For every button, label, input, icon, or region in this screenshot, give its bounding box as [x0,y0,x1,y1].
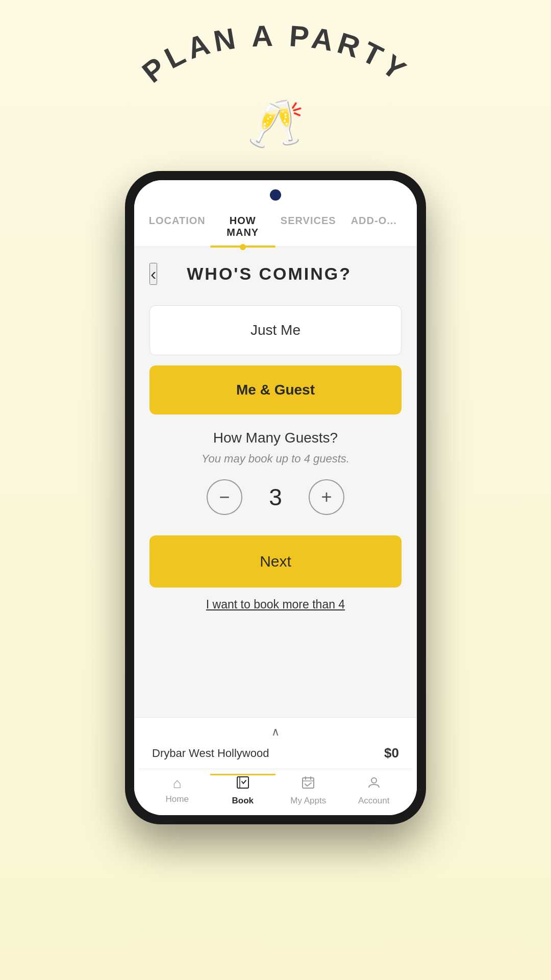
nav-my-appts-label: My Appts [290,796,326,806]
decrement-button[interactable]: − [207,479,242,515]
back-button[interactable]: ‹ [149,263,157,285]
page-title: WHO'S COMING? [157,264,381,284]
account-icon [367,775,381,793]
tab-active-indicator [240,244,246,250]
calendar-icon [301,775,315,793]
location-name: Drybar West Hollywood [152,747,269,760]
tab-navigation: LOCATION HOW MANY SERVICES ADD-O... [134,206,417,248]
phone-screen: LOCATION HOW MANY SERVICES ADD-O... ‹ WH… [134,180,417,815]
tab-services[interactable]: SERVICES [276,206,341,246]
next-section: Next I want to book more than 4 [134,525,417,617]
tab-how-many[interactable]: HOW MANY [210,206,276,246]
price-tag: $0 [384,745,399,761]
nav-account[interactable]: Account [341,775,407,806]
book-icon [236,775,250,793]
nav-home[interactable]: ⌂ Home [144,775,210,806]
camera-area [134,180,417,206]
nav-account-label: Account [358,796,389,806]
me-and-guest-button[interactable]: Me & Guest [149,365,402,414]
svg-point-7 [371,778,377,783]
location-row: Drybar West Hollywood $0 [139,743,412,769]
just-me-button[interactable]: Just Me [149,305,402,355]
increment-button[interactable]: + [309,479,344,515]
svg-text:PLAN A PARTY: PLAN A PARTY [136,19,415,89]
guest-section-title: How Many Guests? [213,430,338,446]
champagne-glasses-icon: 🥂 [247,97,304,151]
bottom-bar: ∧ Drybar West Hollywood $0 ⌂ Home [134,717,417,815]
counter-row: − 3 + [207,479,344,515]
nav-book-label: Book [232,796,254,806]
options-area: Just Me Me & Guest [134,290,417,425]
next-button[interactable]: Next [149,535,402,587]
header-area: PLAN A PARTY 🥂 [128,0,423,151]
home-icon: ⌂ [173,775,182,792]
book-more-link[interactable]: I want to book more than 4 [206,598,345,611]
plan-a-party-title: PLAN A PARTY [128,41,423,102]
nav-my-appts[interactable]: My Appts [276,775,341,806]
guest-count-value: 3 [263,483,288,511]
main-content: ‹ WHO'S COMING? Just Me Me & Guest How M… [134,248,417,717]
nav-book[interactable]: Book [210,774,276,806]
chevron-up-icon[interactable]: ∧ [139,725,412,743]
nav-home-label: Home [166,794,189,804]
guest-section: How Many Guests? You may book up to 4 gu… [134,425,417,525]
camera-dot [270,189,281,201]
guest-section-subtitle: You may book up to 4 guests. [202,452,349,465]
tab-location[interactable]: LOCATION [144,206,210,246]
tab-addons[interactable]: ADD-O... [341,206,407,246]
phone-frame: LOCATION HOW MANY SERVICES ADD-O... ‹ WH… [125,171,426,824]
page-header: ‹ WHO'S COMING? [134,248,417,290]
svg-rect-3 [303,778,314,788]
bottom-nav: ⌂ Home Book [139,769,412,810]
